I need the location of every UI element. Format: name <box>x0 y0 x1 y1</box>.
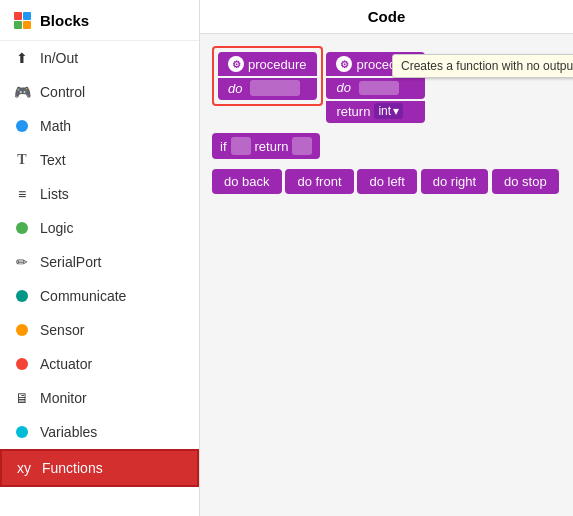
tooltip: Creates a function with no output. <box>392 54 573 78</box>
sidebar-label-inout: In/Out <box>40 50 78 66</box>
procedure1-label: procedure <box>248 57 307 72</box>
inout-icon: ⬆ <box>12 48 32 68</box>
main-header: Code <box>200 0 573 34</box>
text-icon: T <box>12 150 32 170</box>
sidebar-item-actuator[interactable]: Actuator <box>0 347 199 381</box>
sidebar-item-serialport[interactable]: ✏ SerialPort <box>0 245 199 279</box>
monitor-icon: 🖥 <box>12 388 32 408</box>
int-dropdown[interactable]: int ▾ <box>374 103 403 119</box>
do2-label: do <box>336 80 350 95</box>
sidebar-label-lists: Lists <box>40 186 69 202</box>
do-back-label: do back <box>224 174 270 189</box>
sidebar-item-monitor[interactable]: 🖥 Monitor <box>0 381 199 415</box>
sidebar-item-variables[interactable]: Variables <box>0 415 199 449</box>
sidebar-item-lists[interactable]: ≡ Lists <box>0 177 199 211</box>
sidebar-label-serialport: SerialPort <box>40 254 101 270</box>
logic-icon <box>12 218 32 238</box>
sensor-icon <box>12 320 32 340</box>
sidebar-header: Blocks <box>0 0 199 41</box>
sidebar-item-functions[interactable]: xy Functions <box>0 449 199 487</box>
if-return-row: if return <box>212 133 561 159</box>
procedure1-top[interactable]: ⚙ procedure <box>218 52 317 76</box>
do-back-block[interactable]: do back <box>212 169 282 194</box>
sidebar-label-math: Math <box>40 118 71 134</box>
sidebar: Blocks ⬆ In/Out 🎮 Control Math T Text ≡ … <box>0 0 200 516</box>
sidebar-item-logic[interactable]: Logic <box>0 211 199 245</box>
sidebar-label-monitor: Monitor <box>40 390 87 406</box>
gear-icon[interactable]: ⚙ <box>228 56 244 72</box>
sidebar-label-logic: Logic <box>40 220 73 236</box>
sidebar-title: Blocks <box>40 12 89 29</box>
do-left-block[interactable]: do left <box>357 169 416 194</box>
sidebar-item-inout[interactable]: ⬆ In/Out <box>0 41 199 75</box>
control-icon: 🎮 <box>12 82 32 102</box>
dropdown-arrow: ▾ <box>393 104 399 118</box>
sidebar-item-control[interactable]: 🎮 Control <box>0 75 199 109</box>
do1-label: do <box>228 81 242 96</box>
list-icon: ≡ <box>12 184 32 204</box>
serialport-icon: ✏ <box>12 252 32 272</box>
sidebar-item-communicate[interactable]: Communicate <box>0 279 199 313</box>
return-label: return <box>336 104 370 119</box>
variables-icon <box>12 422 32 442</box>
sidebar-label-communicate: Communicate <box>40 288 126 304</box>
return2-label: return <box>255 139 289 154</box>
communicate-icon <box>12 286 32 306</box>
blocks-icon <box>12 10 32 30</box>
do-right-block[interactable]: do right <box>421 169 488 194</box>
do-front-label: do front <box>297 174 341 189</box>
sidebar-item-text[interactable]: T Text <box>0 143 199 177</box>
sidebar-label-functions: Functions <box>42 460 103 476</box>
actuator-icon <box>12 354 32 374</box>
functions-icon: xy <box>14 458 34 478</box>
sidebar-label-text: Text <box>40 152 66 168</box>
do-left-label: do left <box>369 174 404 189</box>
if-return-block[interactable]: if return <box>212 133 320 159</box>
gear-icon2[interactable]: ⚙ <box>336 56 352 72</box>
main-panel: Code ⚙ procedure do Creates a function <box>200 0 573 516</box>
int-label: int <box>378 104 391 118</box>
sidebar-item-math[interactable]: Math <box>0 109 199 143</box>
sidebar-item-sensor[interactable]: Sensor <box>0 313 199 347</box>
do-stop-block[interactable]: do stop <box>492 169 559 194</box>
code-area: ⚙ procedure do Creates a function with n… <box>200 34 573 516</box>
do-stop-label: do stop <box>504 174 547 189</box>
sidebar-label-variables: Variables <box>40 424 97 440</box>
math-icon <box>12 116 32 136</box>
tooltip-text: Creates a function with no output. <box>401 59 573 73</box>
sidebar-label-sensor: Sensor <box>40 322 84 338</box>
if-label: if <box>220 139 227 154</box>
do-front-block[interactable]: do front <box>285 169 353 194</box>
procedure1-body: do <box>218 78 317 100</box>
procedure2-do: do <box>326 78 425 99</box>
sidebar-label-actuator: Actuator <box>40 356 92 372</box>
sidebar-label-control: Control <box>40 84 85 100</box>
procedure-block-highlighted[interactable]: ⚙ procedure do <box>212 46 323 106</box>
procedure2-return[interactable]: return int ▾ <box>326 101 425 123</box>
do-right-label: do right <box>433 174 476 189</box>
